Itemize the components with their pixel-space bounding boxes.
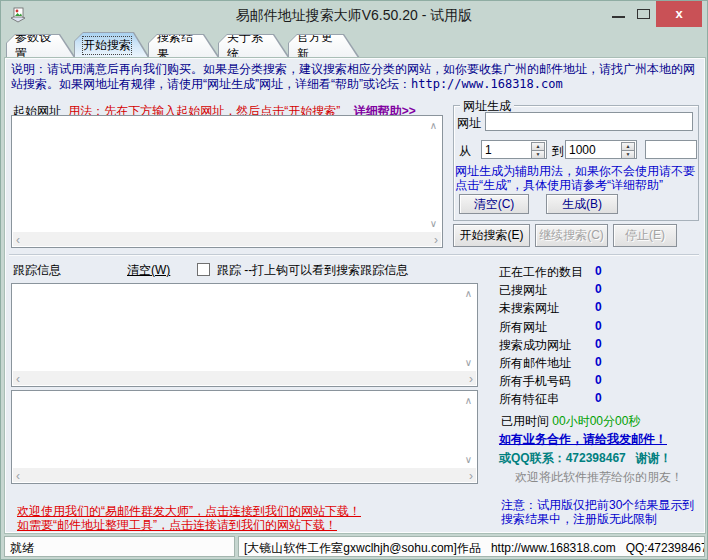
description-text: 说明：请试用满意后再向我们购买。如果是分类搜索，建议搜索相应分类的网站，如你要收… bbox=[11, 62, 701, 92]
elapsed-time: 已用时间 00小时00分00秒 bbox=[501, 413, 640, 430]
stat-row: 搜索成功网址0 bbox=[499, 337, 695, 353]
tracking-textarea-2[interactable]: ∧ ∨ ‹ › bbox=[11, 390, 478, 484]
continue-search-button[interactable]: 继续搜索(C) bbox=[535, 224, 608, 247]
to-spinner[interactable]: ▲ ▼ bbox=[621, 142, 635, 157]
scroll-right-icon[interactable]: › bbox=[434, 233, 438, 247]
stat-value: 0 bbox=[595, 355, 602, 369]
scroll-up-icon[interactable]: ∧ bbox=[461, 286, 476, 301]
stat-value: 0 bbox=[595, 319, 602, 333]
url-generation-note: 网址生成为辅助用法，如果你不会使用请不要点击“生成”，具体使用请参考“详细帮助” bbox=[455, 164, 699, 192]
tracking-checkbox-label: 跟踪 --打上钩可以看到搜索跟踪信息 bbox=[217, 262, 408, 279]
clear-urlgen-button[interactable]: 清空(C) bbox=[459, 194, 529, 214]
spinner-up-icon[interactable]: ▲ bbox=[531, 142, 545, 151]
section-divider bbox=[9, 254, 699, 256]
to-input[interactable]: 1000 ▲ ▼ bbox=[565, 140, 637, 159]
extra-input[interactable] bbox=[645, 140, 697, 159]
close-button[interactable]: x bbox=[656, 1, 702, 27]
spinner-up-icon[interactable]: ▲ bbox=[621, 142, 635, 151]
status-state: 就绪 bbox=[4, 536, 235, 557]
app-window: 易邮件地址搜索大师V6.50.20 - 试用版 x 参数设置 开始搜索 搜索结果… bbox=[0, 0, 708, 560]
cooperation-email-link[interactable]: 如有业务合作，请给我发邮件！ bbox=[499, 431, 667, 448]
stat-value: 0 bbox=[595, 337, 602, 351]
horizontal-scrollbar[interactable]: ‹ › bbox=[13, 468, 476, 482]
trial-note: 注意：试用版仅把前30个结果显示到搜索结果中，注册版无此限制 bbox=[501, 498, 699, 526]
spinner-down-icon[interactable]: ▼ bbox=[621, 151, 635, 159]
tab-search-results[interactable]: 搜索结果 bbox=[148, 34, 220, 58]
stat-value: 0 bbox=[595, 391, 602, 405]
stat-row: 所有邮件地址0 bbox=[499, 355, 695, 371]
horizontal-scrollbar[interactable]: ‹ › bbox=[13, 232, 441, 246]
tab-parameter-settings[interactable]: 参数设置 bbox=[6, 34, 76, 58]
recommend-text: 欢迎将此软件推荐给你的朋友！ bbox=[515, 469, 683, 486]
stat-value: 0 bbox=[595, 373, 602, 387]
tracking-checkbox[interactable] bbox=[197, 263, 210, 276]
window-title: 易邮件地址搜索大师V6.50.20 - 试用版 bbox=[1, 7, 707, 25]
url-input[interactable] bbox=[485, 112, 693, 131]
status-info: [大镜山软件工作室gxwclhjh@sohu.com]作品 http://www… bbox=[238, 536, 705, 557]
scroll-left-icon[interactable]: ‹ bbox=[16, 372, 20, 386]
stop-button[interactable]: 停止(E) bbox=[613, 224, 677, 247]
stat-value: 0 bbox=[595, 264, 602, 278]
stat-row: 所有网址0 bbox=[499, 319, 695, 335]
minimize-icon bbox=[612, 16, 625, 18]
minimize-button[interactable] bbox=[607, 1, 631, 27]
tab-about-system[interactable]: 关于系统 bbox=[218, 34, 290, 58]
tab-bar: 参数设置 开始搜索 搜索结果 关于系统 官方更新 bbox=[1, 31, 707, 58]
spinner-down-icon[interactable]: ▼ bbox=[531, 151, 545, 159]
stat-row: 所有特征串0 bbox=[499, 391, 695, 407]
tracking-label: 跟踪信息 bbox=[13, 262, 61, 279]
clear-tracking-link[interactable]: 清空(W) bbox=[127, 262, 170, 279]
generate-button[interactable]: 生成(B) bbox=[546, 194, 618, 214]
maximize-button[interactable] bbox=[633, 1, 655, 27]
close-icon: x bbox=[675, 6, 682, 21]
start-url-textarea[interactable]: ∧ ∨ ‹ › bbox=[11, 115, 443, 248]
scroll-down-icon[interactable]: ∨ bbox=[461, 355, 476, 370]
qq-contact: 或QQ联系：472398467 谢谢！ bbox=[499, 450, 672, 467]
elapsed-time-value: 00小时00分00秒 bbox=[552, 414, 640, 428]
scroll-up-icon[interactable]: ∧ bbox=[426, 118, 441, 133]
stat-row: 所有手机号码0 bbox=[499, 373, 695, 389]
scroll-left-icon[interactable]: ‹ bbox=[16, 469, 20, 483]
stat-value: 0 bbox=[595, 282, 602, 296]
from-spinner[interactable]: ▲ ▼ bbox=[531, 142, 545, 157]
stat-row: 未搜索网址0 bbox=[499, 300, 695, 316]
scroll-left-icon[interactable]: ‹ bbox=[16, 233, 20, 247]
start-search-button[interactable]: 开始搜索(E) bbox=[453, 224, 530, 247]
maximize-icon bbox=[637, 9, 650, 19]
from-input[interactable]: 1 ▲ ▼ bbox=[481, 140, 547, 159]
from-label: 从 bbox=[459, 143, 471, 160]
tracking-textarea-1[interactable]: ∧ ∨ ‹ › bbox=[11, 283, 478, 387]
promo-link-address-tool[interactable]: 如需要“邮件地址整理工具”，点击连接请到我们的网站下载！ bbox=[17, 517, 337, 534]
tab-official-update[interactable]: 官方更新 bbox=[288, 34, 360, 58]
url-label: 网址 bbox=[457, 115, 481, 132]
horizontal-scrollbar[interactable]: ‹ › bbox=[13, 371, 476, 385]
scroll-down-icon[interactable]: ∨ bbox=[461, 452, 476, 467]
scroll-down-icon[interactable]: ∨ bbox=[426, 216, 441, 231]
tab-start-search[interactable]: 开始搜索 bbox=[74, 32, 150, 58]
stat-value: 0 bbox=[595, 300, 602, 314]
scroll-right-icon[interactable]: › bbox=[469, 469, 473, 483]
title-bar: 易邮件地址搜索大师V6.50.20 - 试用版 x bbox=[1, 1, 707, 29]
stat-row: 正在工作的数目0 bbox=[499, 264, 695, 280]
scroll-up-icon[interactable]: ∧ bbox=[461, 393, 476, 408]
forum-url[interactable]: http://www.168318.com bbox=[411, 77, 563, 91]
stat-row: 已搜网址0 bbox=[499, 282, 695, 298]
scroll-right-icon[interactable]: › bbox=[469, 372, 473, 386]
status-bar: 就绪 [大镜山软件工作室gxwclhjh@sohu.com]作品 http://… bbox=[1, 535, 708, 559]
to-label: 到 bbox=[552, 143, 564, 160]
